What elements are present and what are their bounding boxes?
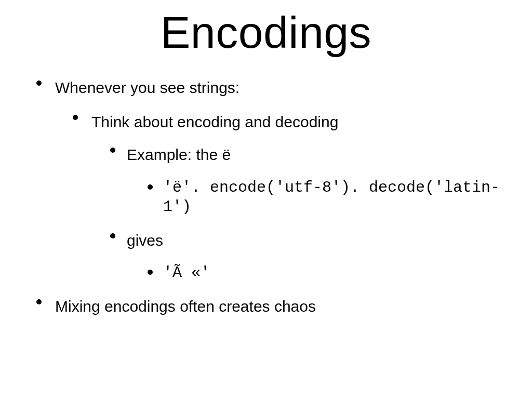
- list-item: Example: the ë: [110, 145, 511, 165]
- bullet-icon: [36, 299, 42, 304]
- list-item: 'Ã «': [148, 263, 511, 283]
- bullet-icon: [148, 270, 153, 275]
- list-item: 'ë'. encode('utf-8'). decode('latin-1'): [148, 178, 511, 217]
- slide: Encodings Whenever you see strings: Thin…: [0, 0, 532, 399]
- bullet-text: Whenever you see strings:: [55, 78, 240, 98]
- slide-title: Encodings: [21, 7, 511, 58]
- bullet-code: 'ë'. encode('utf-8'). decode('latin-1'): [163, 178, 511, 217]
- bullet-text: Example: the ë: [127, 145, 231, 165]
- list-item: Think about encoding and decoding: [73, 112, 511, 132]
- bullet-list: Whenever you see strings: Think about en…: [21, 78, 511, 316]
- bullet-icon: [36, 81, 42, 86]
- bullet-code: 'Ã «': [163, 263, 210, 283]
- bullet-icon: [73, 115, 78, 120]
- bullet-icon: [110, 233, 115, 238]
- list-item: gives: [110, 231, 511, 250]
- list-item: Whenever you see strings:: [36, 78, 511, 98]
- bullet-text: Think about encoding and decoding: [91, 112, 338, 132]
- list-item: Mixing encodings often creates chaos: [36, 297, 511, 316]
- bullet-icon: [148, 184, 153, 190]
- bullet-icon: [110, 148, 115, 153]
- bullet-text: Mixing encodings often creates chaos: [55, 297, 316, 316]
- bullet-text: gives: [127, 231, 163, 250]
